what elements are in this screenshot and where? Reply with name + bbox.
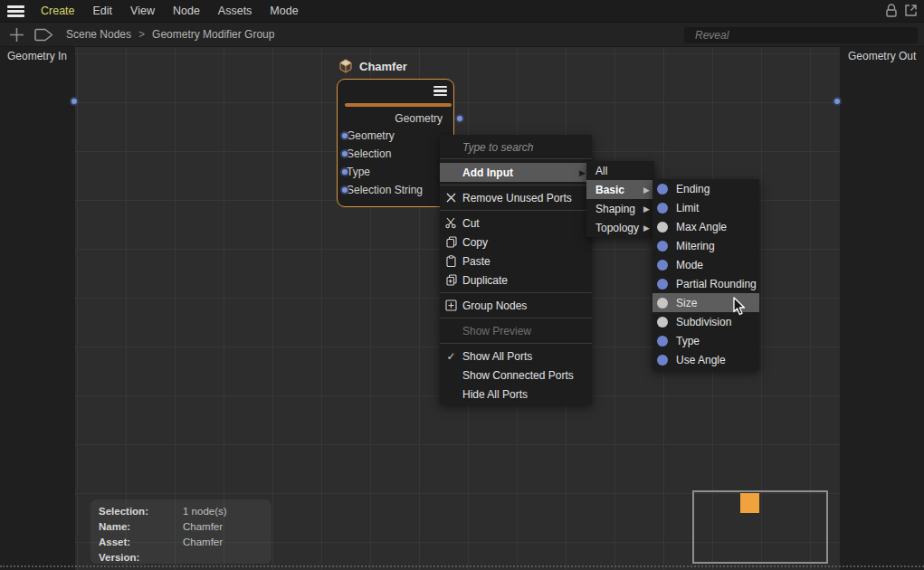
breadcrumb-separator: > — [138, 28, 145, 41]
group-plus-icon — [440, 299, 462, 311]
open-external-icon[interactable] — [903, 3, 919, 18]
node-output-row: Geometry — [395, 110, 443, 127]
input-port-label: Selection — [347, 147, 391, 160]
node-color-divider — [345, 103, 452, 107]
graph-output-strip: Geometry Out — [840, 47, 924, 570]
menu-node[interactable]: Node — [171, 5, 202, 17]
breadcrumb-root[interactable]: Scene Nodes — [66, 28, 131, 41]
output-port-dot[interactable] — [455, 114, 464, 123]
input-row-selection-string: Selection String — [347, 182, 423, 198]
basic-ports-submenu: Ending Limit Max Angle Mitering Mode Par… — [653, 179, 759, 370]
menu-separator — [440, 318, 592, 318]
scissors-icon — [440, 217, 462, 229]
port-item-mode[interactable]: Mode — [653, 255, 759, 274]
navigator-minimap[interactable] — [692, 490, 828, 564]
input-port-label: Selection String — [347, 184, 423, 196]
port-item-use-angle[interactable]: Use Angle — [653, 350, 759, 369]
menu-assets[interactable]: Assets — [216, 5, 254, 17]
menu-item-copy[interactable]: Copy — [440, 233, 592, 252]
input-port-label: Geometry — [347, 129, 395, 142]
submenu-item-all[interactable]: All — [586, 161, 654, 180]
menu-item-cut[interactable]: Cut — [440, 214, 592, 233]
port-type-dot — [657, 279, 668, 290]
port-type-dot — [657, 184, 668, 195]
menu-search-input[interactable] — [440, 138, 592, 157]
info-row-name: Name:Chamfer — [90, 518, 271, 534]
minimap-node-marker — [740, 493, 759, 513]
port-type-dot — [657, 298, 668, 309]
graph-input-strip: Geometry In — [0, 47, 75, 570]
port-type-dot — [657, 203, 668, 214]
port-type-dot — [657, 355, 668, 366]
port-item-type[interactable]: Type — [653, 331, 759, 350]
menu-separator — [440, 292, 592, 293]
port-type-dot — [657, 260, 668, 271]
submenu-item-basic[interactable]: Basic ▶ — [586, 180, 654, 199]
remove-x-icon — [440, 193, 462, 203]
menu-create[interactable]: Create — [39, 5, 77, 17]
submenu-arrow-icon: ▶ — [643, 204, 650, 214]
menu-item-show-connected-ports[interactable]: Show Connected Ports — [440, 366, 592, 385]
input-port-dot[interactable] — [340, 167, 349, 176]
info-row-asset: Asset:Chamfer — [90, 534, 271, 549]
context-menu: Add Input ▶ Remove Unused Ports Cut Copy — [440, 135, 592, 404]
menu-separator — [440, 343, 592, 344]
port-item-mitering[interactable]: Mitering — [653, 236, 759, 255]
input-port-dot[interactable] — [340, 131, 349, 140]
input-port-dot[interactable] — [340, 149, 349, 158]
port-type-dot — [657, 317, 668, 328]
menu-separator — [440, 185, 592, 185]
input-port-dot[interactable] — [340, 185, 349, 195]
node-menu-icon[interactable] — [433, 86, 447, 96]
submenu-arrow-icon: ▶ — [643, 223, 650, 233]
node-title-text: Chamfer — [359, 60, 407, 73]
menu-edit[interactable]: Edit — [91, 5, 115, 17]
submenu-item-shaping[interactable]: Shaping ▶ — [586, 199, 654, 218]
add-node-icon[interactable] — [7, 25, 26, 44]
geometry-in-port[interactable] — [70, 97, 79, 106]
submenu-item-topology[interactable]: Topology ▶ — [586, 218, 654, 237]
menu-item-hide-all-ports[interactable]: Hide All Ports — [440, 385, 592, 404]
menu-view[interactable]: View — [129, 5, 157, 17]
lock-icon[interactable] — [884, 3, 899, 18]
geometry-out-port[interactable] — [833, 97, 842, 106]
mouse-cursor — [733, 297, 747, 316]
breadcrumb-current[interactable]: Geometry Modifier Group — [152, 28, 274, 41]
checkmark-icon: ✓ — [440, 350, 462, 363]
input-port-label: Type — [347, 166, 370, 178]
node-title: Chamfer — [338, 59, 407, 73]
menu-separator — [440, 158, 592, 159]
port-item-partial-rounding[interactable]: Partial Rounding — [653, 274, 759, 293]
menu-mode[interactable]: Mode — [268, 5, 300, 17]
hamburger-icon[interactable] — [7, 5, 24, 17]
menu-item-duplicate[interactable]: Duplicate — [440, 271, 592, 290]
chamfer-node[interactable]: Geometry Geometry Selection Type Selecti… — [337, 79, 454, 207]
node-shape-icon[interactable] — [33, 27, 55, 43]
menu-separator — [440, 210, 592, 211]
port-item-ending[interactable]: Ending — [653, 179, 759, 198]
geometry-out-label: Geometry Out — [848, 50, 916, 62]
add-input-submenu: All Basic ▶ Shaping ▶ Topology ▶ — [586, 161, 654, 237]
port-item-limit[interactable]: Limit — [653, 198, 759, 217]
selection-info-panel: Selection:1 node(s) Name:Chamfer Asset:C… — [90, 499, 271, 564]
menu-item-group-nodes[interactable]: Group Nodes — [440, 296, 592, 315]
input-row-selection: Selection — [347, 146, 391, 162]
input-row-geometry: Geometry — [347, 128, 395, 144]
horizontal-scrollbar[interactable] — [0, 565, 924, 568]
breadcrumb-toolbar: Scene Nodes > Geometry Modifier Group — [0, 22, 924, 47]
reveal-search-input[interactable] — [684, 27, 918, 43]
menu-item-add-input[interactable]: Add Input ▶ — [440, 163, 592, 182]
output-port-label: Geometry — [395, 112, 443, 125]
info-row-selection: Selection:1 node(s) — [90, 503, 271, 518]
menu-item-show-all-ports[interactable]: ✓ Show All Ports — [440, 347, 592, 366]
menu-item-show-preview: Show Preview — [440, 321, 592, 340]
node-graph-canvas[interactable]: Geometry In Geometry Out Chamfer Geometr… — [0, 47, 924, 570]
clipboard-icon — [440, 255, 462, 267]
breadcrumb: Scene Nodes > Geometry Modifier Group — [66, 28, 274, 41]
menu-item-remove-unused-ports[interactable]: Remove Unused Ports — [440, 188, 592, 207]
chamfer-node-icon — [338, 59, 353, 73]
menu-item-paste[interactable]: Paste — [440, 252, 592, 271]
port-item-max-angle[interactable]: Max Angle — [653, 217, 759, 236]
info-row-version: Version: — [90, 549, 271, 565]
duplicate-icon — [440, 274, 462, 286]
